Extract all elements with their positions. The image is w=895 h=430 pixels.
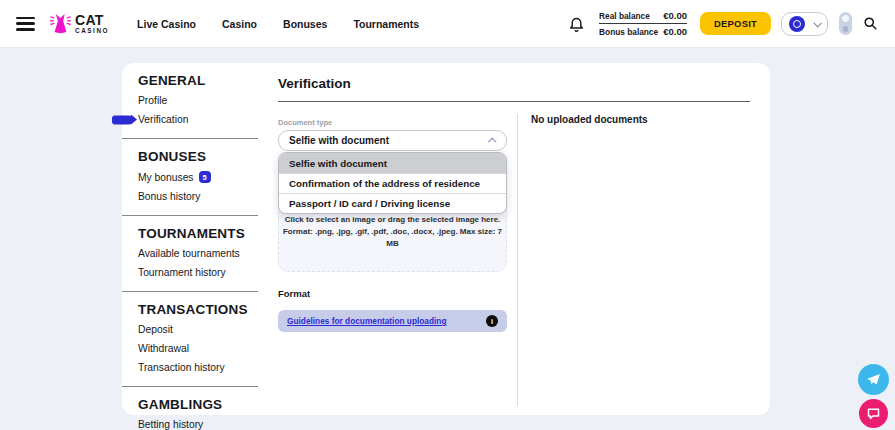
main-nav: Live CasinoCasinoBonusesTournaments [137, 18, 419, 30]
sidebar-item-label: Profile [138, 95, 167, 106]
no-documents-text: No uploaded documents [531, 114, 750, 125]
documents-column: No uploaded documents [531, 114, 750, 406]
sidebar-item-label: Betting history [138, 419, 203, 430]
sidebar-section-title: GENERAL [122, 71, 258, 91]
top-bar: CAT CASINO Live CasinoCasinoBonusesTourn… [0, 0, 895, 48]
document-type-option-selfie-with-document[interactable]: Selfie with document [279, 153, 506, 173]
cat-logo-icon [50, 12, 71, 35]
sidebar-item-deposit[interactable]: Deposit [122, 320, 258, 339]
sidebar-section-title: TOURNAMENTS [122, 224, 258, 244]
chevron-down-icon [813, 19, 821, 27]
active-indicator-arrow [112, 115, 132, 124]
content-columns: Document type Selfie with document Selfi… [278, 114, 750, 406]
bonus-balance-value: €0.00 [663, 26, 687, 37]
logo[interactable]: CAT CASINO [50, 12, 109, 35]
guidelines-link[interactable]: Guidelines for documentation uploading [287, 316, 446, 326]
logo-title: CAT [75, 13, 109, 27]
sidebar-item-label: Deposit [138, 324, 173, 335]
sidebar-item-betting-history[interactable]: Betting history [122, 415, 258, 430]
coin-icon [789, 16, 805, 32]
sidebar-item-withdrawal[interactable]: Withdrawal [122, 339, 258, 358]
sidebar-item-verification[interactable]: Verification [122, 110, 258, 129]
upload-instruction: Click to select an image or drag the sel… [285, 214, 501, 226]
account-card: GENERALProfileVerificationBONUSESMy bonu… [122, 63, 770, 415]
deposit-button[interactable]: DEPOSIT [700, 12, 771, 35]
document-type-option-confirmation-of-the-address-of-residence[interactable]: Confirmation of the address of residence [279, 173, 506, 193]
livechat-button[interactable] [859, 399, 888, 428]
sidebar-section-title: TRANSACTIONS [122, 300, 258, 320]
logo-text: CAT CASINO [75, 13, 109, 34]
currency-select[interactable] [781, 12, 828, 36]
account-icon[interactable] [839, 12, 852, 35]
search-icon[interactable] [863, 16, 879, 32]
telegram-button[interactable] [858, 364, 889, 395]
sidebar-item-tournament-history[interactable]: Tournament history [122, 263, 258, 282]
sidebar-section-title: GAMBLINGS [122, 395, 258, 415]
info-icon[interactable]: i [486, 315, 498, 327]
sidebar-section-gamblings: GAMBLINGSBetting history [122, 386, 258, 430]
sidebar-item-label: Tournament history [138, 267, 226, 278]
nav-item-casino[interactable]: Casino [222, 18, 257, 30]
upload-column: Document type Selfie with document Selfi… [278, 114, 507, 406]
sidebar-item-label: Withdrawal [138, 343, 189, 354]
bell-icon[interactable] [568, 15, 586, 33]
document-type-select[interactable]: Selfie with document [278, 130, 507, 151]
sidebar-section-general: GENERALProfileVerification [122, 63, 258, 138]
sidebar-item-label: Transaction history [138, 362, 225, 373]
sidebar-item-label: Available tournaments [138, 248, 240, 259]
logo-subtitle: CASINO [75, 28, 109, 34]
sidebar: GENERALProfileVerificationBONUSESMy bonu… [122, 63, 258, 430]
real-balance-value: €0.00 [663, 10, 687, 21]
upload-format-hint: Format: .png, .jpg, .gif, .pdf, .doc, .d… [279, 226, 506, 250]
sidebar-item-my-bonuses[interactable]: My bonuses5 [122, 167, 258, 187]
nav-item-live-casino[interactable]: Live Casino [137, 18, 196, 30]
sidebar-section-tournaments: TOURNAMENTSAvailable tournamentsTourname… [122, 215, 258, 291]
nav-item-bonuses[interactable]: Bonuses [283, 18, 327, 30]
sidebar-section-transactions: TRANSACTIONSDepositWithdrawalTransaction… [122, 291, 258, 386]
bonus-count-badge: 5 [199, 171, 211, 183]
verification-content: Verification Document type Selfie with d… [278, 63, 750, 406]
sidebar-section-title: BONUSES [122, 147, 258, 167]
sidebar-item-label: Bonus history [138, 191, 200, 202]
format-label: Format [278, 288, 507, 299]
sidebar-item-transaction-history[interactable]: Transaction history [122, 358, 258, 377]
chat-bubble-icon [866, 406, 881, 421]
bonus-balance-label: Bonus balance [599, 27, 658, 37]
page: CAT CASINO Live CasinoCasinoBonusesTourn… [0, 0, 895, 430]
sidebar-item-bonus-history[interactable]: Bonus history [122, 187, 258, 206]
document-type-option-passport-id-card-driving-license[interactable]: Passport / ID card / Driving license [279, 193, 506, 213]
nav-item-tournaments[interactable]: Tournaments [353, 18, 419, 30]
real-balance-row: Real balance €0.00 [599, 8, 687, 23]
sidebar-item-available-tournaments[interactable]: Available tournaments [122, 244, 258, 263]
sidebar-item-profile[interactable]: Profile [122, 91, 258, 110]
sidebar-section-bonuses: BONUSESMy bonuses5Bonus history [122, 138, 258, 215]
real-balance-label: Real balance [599, 11, 650, 21]
guidelines-bar: Guidelines for documentation uploading i [278, 310, 507, 332]
telegram-plane-icon [865, 371, 882, 388]
bonus-balance-row: Bonus balance €0.00 [599, 23, 687, 39]
page-title: Verification [278, 76, 750, 91]
document-type-menu: Selfie with documentConfirmation of the … [278, 152, 507, 214]
chevron-up-icon [488, 137, 496, 145]
document-type-value: Selfie with document [289, 135, 389, 146]
balance-panel: Real balance €0.00 Bonus balance €0.00 [599, 8, 687, 39]
sidebar-item-label: Verification [138, 114, 188, 125]
hamburger-menu-icon[interactable] [16, 17, 35, 31]
sidebar-item-label: My bonuses [138, 172, 194, 183]
document-type-label: Document type [278, 118, 507, 127]
column-divider [517, 114, 518, 406]
title-divider [278, 101, 750, 102]
